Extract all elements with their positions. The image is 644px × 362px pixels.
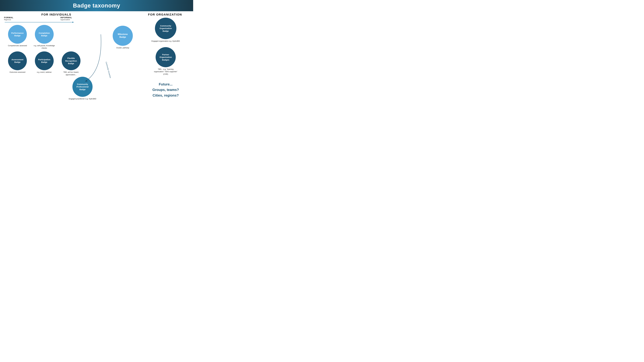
individuals-section: FORMAL Rigorous INFORMAL Appreciative	[3, 16, 109, 102]
milestone-desc: Cluster, pathway	[116, 47, 129, 49]
performance-badge-col: Performance Badge Competencies assessed	[4, 25, 31, 51]
completion-badge-desc: e.g. self-paced, Knowledge checks	[32, 44, 56, 49]
performance-badge: Performance Badge	[8, 25, 27, 44]
org-title: FOR ORGANIZATION	[148, 13, 182, 16]
section-headers: FOR INDIVIDUALS FOR ORGANIZATION	[0, 13, 193, 16]
community-org-badge: Community Organization Badge	[155, 18, 176, 39]
formal-label: FORMAL	[4, 16, 31, 19]
milestone-badge: Milestone Badge	[113, 26, 133, 46]
assessment-badge-col: Assessment Badge Outcomes assessed	[4, 51, 31, 78]
community-pro-badge: Community Professional Badge	[72, 77, 92, 97]
assessment-badge: Assessment Badge	[8, 51, 27, 70]
partner-org-col: Partner Organization Badges TBD... e.g. …	[141, 47, 190, 78]
participation-badge: Participation Badge	[35, 51, 54, 70]
flexible-badge-desc: TBD, ad hoc Award, appreciation...	[59, 71, 83, 76]
assessment-badge-desc: Outcomes assessed	[10, 71, 25, 73]
future-section: Future... Groups, teams? Cities, regions…	[141, 82, 190, 98]
formal-informal-arrow	[4, 21, 74, 23]
header: Badge taxonomy	[0, 0, 193, 11]
main-content: FORMAL Rigorous INFORMAL Appreciative	[0, 16, 193, 102]
svg-marker-1	[72, 21, 74, 23]
flexible-badge-col: Flexible Recognition Badge TBD, ad hoc A…	[58, 51, 84, 78]
org-header: FOR ORGANIZATION	[140, 13, 190, 16]
informal-sub: Appreciative	[60, 19, 72, 21]
org-badges-container: Community Organization Badge Engaged org…	[141, 18, 190, 98]
formal-informal-labels: FORMAL Rigorous INFORMAL Appreciative	[3, 16, 109, 21]
flexible-badge: Flexible Recognition Badge	[62, 51, 80, 70]
bottom-badge-row: Assessment Badge Outcomes assessed Parti…	[3, 51, 109, 78]
community-pro-section: Community Professional Badge Engaged pra…	[56, 77, 109, 102]
milestone-section: Milestone Badge Cluster, pathway	[109, 16, 137, 102]
individuals-title: FOR INDIVIDUALS	[41, 13, 71, 16]
page-wrapper: Badge taxonomy FOR INDIVIDUALS FOR ORGAN…	[0, 0, 193, 102]
participation-badge-desc: e.g. event, webinar	[37, 71, 52, 73]
community-org-col: Community Organization Badge Engaged org…	[141, 18, 190, 44]
participation-badge-col: Participation Badge e.g. event, webinar	[31, 51, 58, 78]
community-pro-desc: Engaged practitioner e.g. HydroBID	[69, 98, 96, 100]
informal-block: INFORMAL Appreciative	[60, 16, 72, 21]
performance-badge-desc: Competencies assessed	[8, 44, 27, 47]
org-section: Community Organization Badge Engaged org…	[137, 16, 190, 102]
partner-org-desc: TBD... e.g. "learning organization" "SDG…	[154, 68, 178, 75]
partner-org-badge: Partner Organization Badges	[156, 47, 176, 67]
future-text: Future... Groups, teams? Cities, regions…	[141, 82, 190, 98]
formal-sub: Rigorous	[4, 19, 31, 21]
top-badge-row: Performance Badge Competencies assessed …	[3, 25, 109, 51]
spacer	[110, 13, 140, 16]
empty-top-col	[58, 25, 84, 51]
formal-block: FORMAL Rigorous	[4, 16, 31, 21]
individuals-header: FOR INDIVIDUALS	[3, 13, 110, 16]
informal-label: INFORMAL	[60, 16, 72, 19]
community-org-desc: Engaged organization e.g. HydroBID	[152, 40, 180, 42]
page-title: Badge taxonomy	[0, 2, 193, 9]
arrow-container	[3, 21, 109, 23]
completion-badge: Completion Badge	[35, 25, 54, 44]
completion-badge-col: Completion Badge e.g. self-paced, Knowle…	[31, 25, 58, 51]
